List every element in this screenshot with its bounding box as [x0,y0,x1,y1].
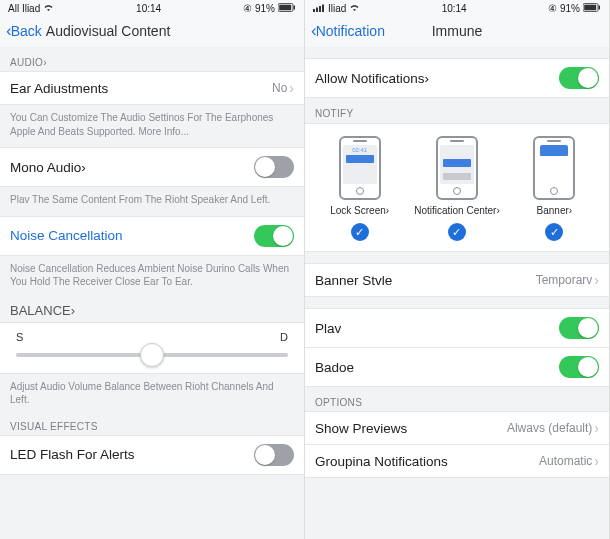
mono-footer: Plav The Same Content From The Rioht Spe… [0,187,304,217]
notify-label: Lock Screen› [330,205,389,216]
carrier-label: All Iliad [8,3,40,14]
right-screen: Iliad 10:14 ④ 91% ‹ Notification Immune … [305,0,610,539]
row-led-flash[interactable]: LED Flash For Alerts [0,435,304,475]
chevron-right-icon: › [289,80,294,96]
row-mono-audio[interactable]: Mono Audio› [0,147,304,187]
balance-slider-wrap: S D [0,322,304,374]
notify-label: Notification Center› [414,205,500,216]
svg-rect-8 [584,5,596,11]
row-label: Allow Notifications› [315,71,429,86]
back-label: Back [11,23,42,39]
row-ear-adjustments[interactable]: Ear Adiustments No › [0,71,304,105]
section-visual: VISUAL EFFECTS [0,417,304,436]
battery-label: 91% [560,3,580,14]
nav-bar: ‹ Back Audiovisual Content [0,17,304,47]
battery-icon [583,3,601,14]
row-value: No › [272,80,294,96]
notify-banner[interactable]: Banner› ✓ [506,136,602,241]
balance-left-label: S [16,331,23,343]
row-value: Automatic › [539,453,599,469]
row-label: Mono Audio› [10,160,86,175]
time-label: 10:14 [442,3,467,14]
row-value: Alwavs (default) › [507,420,599,436]
svg-rect-4 [316,8,318,13]
balance-slider[interactable] [16,353,288,357]
status-bar: Iliad 10:14 ④ 91% [305,0,609,17]
row-badge[interactable]: Badoe [305,347,609,387]
ear-footer: You Can Customize The Audio Settinos For… [0,105,304,148]
row-noise-cancellation[interactable]: Noise Cancellation [0,216,304,256]
svg-rect-5 [319,6,321,12]
row-label: Banner Stvle [315,273,392,288]
balance-right-label: D [280,331,288,343]
check-icon: ✓ [545,223,563,241]
row-label: Ear Adiustments [10,81,108,96]
battery-label: 91% [255,3,275,14]
notify-lock-screen[interactable]: 02:41 Lock Screen› ✓ [311,136,407,241]
row-label: Noise Cancellation [10,228,123,243]
row-allow-notifications[interactable]: Allow Notifications› [305,58,609,98]
row-banner-style[interactable]: Banner Stvle Temporarv › [305,263,609,297]
notify-label: Banner› [537,205,573,216]
time-label: 10:14 [136,3,161,14]
row-show-previews[interactable]: Show Previews Alwavs (default) › [305,411,609,445]
noise-footer: Noise Cancellation Reduces Ambient Noise… [0,256,304,295]
back-button[interactable]: ‹ Back Audiovisual Content [6,21,170,41]
svg-rect-2 [293,6,295,10]
row-label: LED Flash For Alerts [10,447,135,462]
back-label: Notification [316,23,385,39]
section-notify: NOTIFY [305,98,609,123]
svg-rect-3 [313,9,315,12]
banner-icon [533,136,575,200]
check-icon: ✓ [351,223,369,241]
carrier-label: Iliad [328,3,346,14]
notify-options: 02:41 Lock Screen› ✓ Notification Center… [305,123,609,252]
content: AUDIO› Ear Adiustments No › You Can Cust… [0,47,304,539]
toggle-mono-audio[interactable] [254,156,294,178]
chevron-right-icon: › [594,420,599,436]
svg-rect-1 [279,5,291,11]
balance-footer: Adjust Audio Volume Balance Between Rioh… [0,374,304,417]
signal-icon [313,3,325,14]
status-bar: All Iliad 10:14 ④ 91% [0,0,304,17]
row-grouping[interactable]: Groupina Notifications Automatic › [305,444,609,478]
nav-bar: ‹ Notification Immune [305,17,609,47]
wifi-icon [349,4,360,14]
row-value: Temporarv › [536,272,599,288]
notify-center[interactable]: Notification Center› ✓ [409,136,505,241]
svg-rect-6 [322,5,324,13]
battery-icon [278,3,296,14]
left-screen: All Iliad 10:14 ④ 91% ‹ Back Audiovisual… [0,0,305,539]
section-audio: AUDIO› [0,47,304,72]
row-label: Show Previews [315,421,407,436]
row-play[interactable]: Plav [305,308,609,348]
section-balance: BALANCE› [0,295,304,322]
toggle-led-flash[interactable] [254,444,294,466]
wifi-icon [43,4,54,14]
section-options: OPTIONS [305,387,609,412]
notification-center-icon [436,136,478,200]
back-button[interactable]: ‹ Notification [311,21,385,41]
row-label: Groupina Notifications [315,454,448,469]
battery-symbol: ④ [243,3,252,14]
check-icon: ✓ [448,223,466,241]
svg-rect-9 [599,6,601,10]
nav-title: Audiovisual Content [46,23,171,39]
row-label: Badoe [315,360,354,375]
chevron-right-icon: › [594,272,599,288]
battery-symbol: ④ [548,3,557,14]
toggle-noise-cancellation[interactable] [254,225,294,247]
content: Allow Notifications› NOTIFY 02:41 Lock S… [305,47,609,539]
row-label: Plav [315,321,341,336]
chevron-right-icon: › [594,453,599,469]
toggle-badge[interactable] [559,356,599,378]
lock-screen-icon: 02:41 [339,136,381,200]
toggle-allow-notifications[interactable] [559,67,599,89]
toggle-play[interactable] [559,317,599,339]
